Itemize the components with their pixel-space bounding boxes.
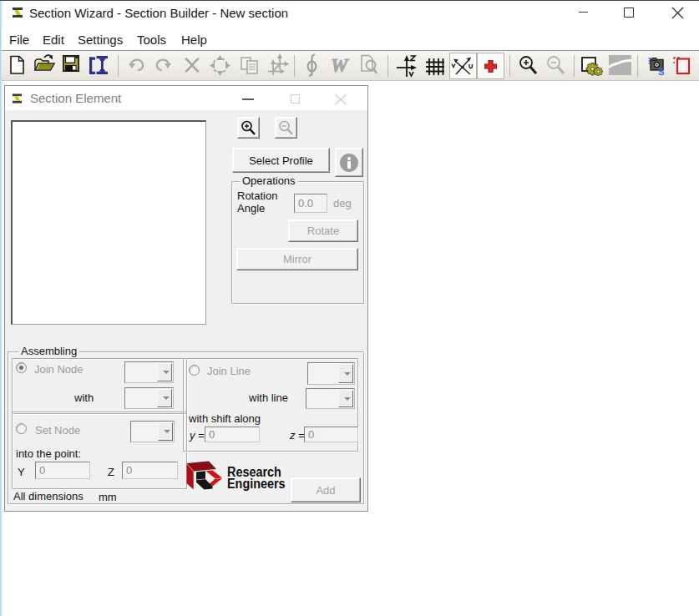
svg-text:S: S — [658, 67, 664, 76]
